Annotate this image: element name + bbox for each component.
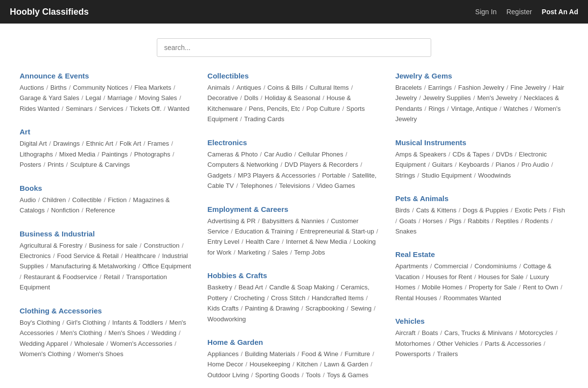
- category-link[interactable]: Flea Markets: [134, 84, 171, 91]
- category-link[interactable]: Kids Crafts: [207, 305, 239, 312]
- category-link[interactable]: Rings: [428, 105, 444, 112]
- category-link[interactable]: Goats: [399, 217, 416, 225]
- category-link[interactable]: Apartments: [395, 262, 428, 270]
- category-link[interactable]: Women's Shoes: [77, 350, 123, 358]
- category-link[interactable]: Women's Clothing: [20, 350, 71, 358]
- category-link[interactable]: Reference: [86, 207, 115, 214]
- category-link[interactable]: Computers & Networking: [207, 161, 278, 168]
- category-link[interactable]: Education & Training: [235, 228, 294, 235]
- category-link[interactable]: Rabbits: [468, 217, 490, 225]
- category-link[interactable]: Legal: [86, 94, 101, 102]
- category-link[interactable]: Births: [50, 84, 67, 91]
- category-link[interactable]: Fine Jewelry: [511, 84, 546, 91]
- category-link[interactable]: Rent to Own: [523, 284, 558, 291]
- category-link[interactable]: Food & Wine: [301, 350, 338, 358]
- category-link[interactable]: Kitchen: [296, 361, 318, 368]
- category-link[interactable]: Crocheting: [234, 294, 265, 302]
- category-link[interactable]: Portable: [322, 172, 345, 179]
- category-link[interactable]: Car Audio: [264, 151, 292, 158]
- category-title[interactable]: Collectibles: [207, 72, 380, 80]
- category-title[interactable]: Real Estate: [395, 250, 568, 259]
- category-title[interactable]: Jewelry & Gems: [395, 72, 568, 80]
- category-link[interactable]: Manufacturing & Metalworking: [50, 262, 136, 270]
- category-link[interactable]: Babysitters & Nannies: [262, 217, 324, 225]
- category-link[interactable]: Jewelry Supplies: [423, 94, 471, 102]
- category-link[interactable]: Agricultural & Forestry: [20, 242, 83, 249]
- category-link[interactable]: Antiques: [236, 84, 261, 91]
- category-link[interactable]: Earrings: [428, 84, 452, 91]
- category-link[interactable]: Electronics: [20, 252, 51, 259]
- category-link[interactable]: Appliances: [207, 350, 239, 358]
- category-link[interactable]: Basketry: [207, 284, 232, 291]
- category-link[interactable]: Wanted: [168, 105, 189, 112]
- category-link[interactable]: Sales: [272, 249, 288, 256]
- category-link[interactable]: Women's Accessories: [110, 340, 172, 347]
- category-link[interactable]: Digital Art: [20, 140, 47, 147]
- category-link[interactable]: Lawn & Garden: [324, 361, 368, 368]
- category-link[interactable]: Men's Shoes: [108, 329, 145, 336]
- category-link[interactable]: Commercial: [434, 262, 468, 270]
- category-link[interactable]: Garage & Yard Sales: [20, 94, 79, 102]
- category-link[interactable]: Video Games: [317, 182, 355, 189]
- category-link[interactable]: Holiday & Seasonal: [265, 94, 320, 102]
- category-link[interactable]: MP3 Players & Accessories: [238, 172, 316, 179]
- category-link[interactable]: Men's Jewelry: [477, 94, 517, 102]
- category-link[interactable]: Houses for Rent: [426, 273, 472, 281]
- category-link[interactable]: Pop Culture: [306, 105, 340, 112]
- category-link[interactable]: Marriage: [107, 94, 132, 102]
- category-link[interactable]: Office Equipment: [142, 262, 191, 270]
- category-title[interactable]: Hobbies & Crafts: [207, 271, 380, 280]
- category-link[interactable]: Bracelets: [395, 84, 422, 91]
- category-link[interactable]: Fashion Jewelry: [458, 84, 504, 91]
- category-link[interactable]: Restaurant & Foodservice: [24, 273, 97, 281]
- category-link[interactable]: Toys & Games: [327, 371, 368, 379]
- category-link[interactable]: Parts & Accessories: [485, 340, 541, 347]
- category-link[interactable]: Folk Art: [120, 140, 141, 147]
- category-title[interactable]: Electronics: [207, 138, 380, 147]
- sign-in-link[interactable]: Sign In: [475, 8, 497, 16]
- category-link[interactable]: Audio: [20, 196, 36, 204]
- category-link[interactable]: Trading Cards: [244, 115, 284, 123]
- category-link[interactable]: Entrepreneurial & Start-up: [300, 228, 374, 235]
- category-link[interactable]: Healthcare: [125, 252, 156, 259]
- category-title[interactable]: Musical Instruments: [395, 138, 568, 147]
- category-link[interactable]: Advertising & PR: [207, 217, 255, 225]
- category-link[interactable]: Lithographs: [20, 151, 53, 158]
- category-title[interactable]: Home & Garden: [207, 338, 380, 346]
- category-link[interactable]: Candle & Soap Making: [269, 284, 334, 291]
- category-link[interactable]: Telephones: [240, 182, 273, 189]
- category-link[interactable]: Auctions: [20, 84, 44, 91]
- category-link[interactable]: Health Care: [245, 238, 279, 245]
- category-link[interactable]: Cultural Items: [310, 84, 349, 91]
- category-link[interactable]: Entry Level: [207, 238, 239, 245]
- category-link[interactable]: CDs & Tapes: [453, 151, 490, 158]
- category-link[interactable]: Amps & Speakers: [395, 151, 446, 158]
- category-link[interactable]: Pianos: [495, 161, 515, 168]
- category-link[interactable]: Posters: [20, 161, 41, 168]
- category-link[interactable]: Motorcycles: [519, 329, 553, 336]
- category-link[interactable]: Fish: [553, 207, 565, 214]
- category-link[interactable]: Property for Sale: [469, 284, 517, 291]
- category-link[interactable]: Coins & Bills: [268, 84, 303, 91]
- category-link[interactable]: Gadgets: [207, 172, 231, 179]
- category-link[interactable]: Moving Sales: [139, 94, 177, 102]
- category-title[interactable]: Announce & Events: [20, 72, 193, 80]
- category-link[interactable]: Cats & Kittens: [416, 207, 456, 214]
- post-ad-link[interactable]: Post An Ad: [542, 8, 578, 16]
- category-link[interactable]: Collectible: [72, 196, 101, 204]
- search-input[interactable]: [157, 38, 431, 57]
- category-link[interactable]: Cars, Trucks & Minivans: [444, 329, 513, 336]
- category-link[interactable]: Fiction: [108, 196, 126, 204]
- category-link[interactable]: Furniture: [344, 350, 370, 358]
- category-link[interactable]: Wedding: [151, 329, 176, 336]
- category-link[interactable]: Housekeeping: [249, 361, 290, 368]
- category-link[interactable]: Wholesale: [74, 340, 104, 347]
- category-link[interactable]: Bead Art: [239, 284, 263, 291]
- category-link[interactable]: Vintage, Antique: [451, 105, 497, 112]
- category-link[interactable]: Internet & New Media: [286, 238, 347, 245]
- category-link[interactable]: Woodworking: [207, 315, 246, 323]
- category-title[interactable]: Vehicles: [395, 317, 568, 325]
- category-title[interactable]: Books: [20, 184, 193, 192]
- category-link[interactable]: Children: [42, 196, 66, 204]
- category-link[interactable]: Mobile Homes: [422, 284, 463, 291]
